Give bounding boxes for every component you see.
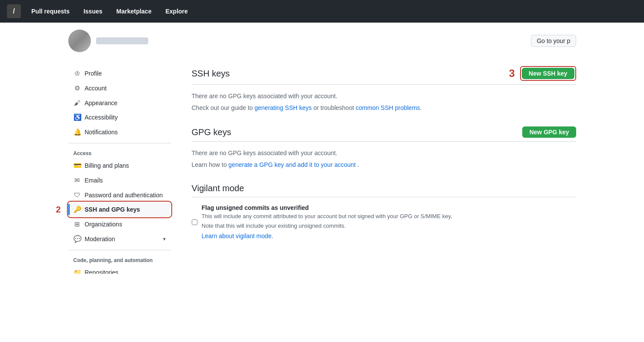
vigilant-mode-section: Vigilant mode Flag unsigned commits as u… [192, 183, 576, 239]
ssh-section-header: SSH keys 3 New SSH key [192, 66, 576, 85]
sidebar-item-emails[interactable]: ✉ Emails [68, 173, 171, 188]
sidebar-item-billing[interactable]: 💳 Billing and plans [68, 158, 171, 173]
new-ssh-key-button[interactable]: New SSH key [522, 68, 574, 79]
vigilant-section-header: Vigilant mode [192, 183, 576, 197]
gpg-keys-section: GPG keys New GPG key There are no GPG ke… [192, 126, 576, 169]
flag-unsigned-desc-1: This will include any commit attributed … [202, 212, 452, 221]
nav-issues[interactable]: Issues [80, 6, 106, 17]
generate-gpg-link[interactable]: generate a GPG key and add it to your ac… [228, 161, 356, 168]
avatar-area [68, 30, 148, 52]
sidebar-label-notifications: Notifications [85, 129, 118, 136]
flag-unsigned-content: Flag unsigned commits as unverified This… [202, 204, 452, 239]
org-icon: ⊞ [73, 220, 81, 228]
sidebar-item-password[interactable]: 🛡 Password and authentication [68, 188, 171, 202]
moderation-row: 💬 Moderation ▾ [73, 235, 166, 243]
moderation-inner: 💬 Moderation [73, 235, 115, 243]
mail-icon: ✉ [73, 176, 81, 184]
generating-ssh-link[interactable]: generating SSH keys [254, 104, 312, 111]
sidebar-item-profile[interactable]: ♔ Profile [68, 66, 171, 81]
sidebar-label-billing: Billing and plans [85, 162, 129, 169]
sidebar-label-password: Password and authentication [85, 192, 163, 199]
gear-icon: ⚙ [73, 84, 81, 92]
sidebar-divider-1 [68, 143, 171, 143]
vigilant-learn-row: Learn about vigilant mode. [202, 232, 452, 239]
gpg-section-header: GPG keys New GPG key [192, 126, 576, 142]
ssh-button-area: 3 New SSH key [509, 66, 576, 81]
sidebar-item-notifications[interactable]: 🔔 Notifications [68, 125, 171, 139]
annotation-2: 2 [56, 205, 61, 215]
nav-marketplace[interactable]: Marketplace [113, 6, 155, 17]
new-gpg-key-button[interactable]: New GPG key [522, 126, 576, 138]
shield-icon: 🛡 [73, 191, 81, 199]
brush-icon: 🖌 [73, 99, 81, 106]
sidebar-label-profile: Profile [85, 70, 102, 77]
ssh-keys-section: SSH keys 3 New SSH key There are no GPG … [192, 66, 576, 113]
sidebar-item-accessibility[interactable]: ♿ Accessibility [68, 110, 171, 125]
accessibility-icon: ♿ [73, 113, 81, 121]
sidebar-label-organizations: Organizations [85, 221, 122, 228]
person-icon: ♔ [73, 70, 81, 77]
gpg-period: . [356, 161, 359, 168]
chevron-down-icon: ▾ [163, 236, 166, 242]
ssh-troubleshoot-text: or troubleshoot [312, 104, 356, 111]
gpg-no-keys-text: There are no GPG keys associated with yo… [192, 149, 576, 158]
sidebar-label-repositories: Repositories [85, 269, 119, 274]
header-row: Go to your p [61, 23, 583, 56]
repo-icon: 📁 [73, 269, 81, 274]
nav-pull-requests[interactable]: Pull requests [28, 6, 73, 17]
repositories-partial: 📁 Repositories [68, 265, 171, 274]
common-ssh-problems-link[interactable]: common SSH problems [356, 104, 420, 111]
code-section-label: Code, planning, and automation [68, 254, 171, 265]
gpg-learn-text: Learn how to generate a GPG key and add … [192, 160, 576, 169]
ssh-section-title: SSH keys [192, 69, 230, 79]
ssh-check-guide: Check out our guide to [192, 104, 255, 111]
sidebar-label-accessibility: Accessibility [85, 114, 118, 121]
key-icon: 🔑 [73, 206, 81, 213]
username-placeholder [96, 37, 148, 44]
nav-explore[interactable]: Explore [162, 6, 191, 17]
main-content: SSH keys 3 New SSH key There are no GPG … [181, 66, 576, 274]
logo[interactable]: / [7, 4, 21, 18]
avatar [68, 30, 91, 52]
page-container: ♔ Profile ⚙ Account 🖌 Appearance ♿ Acces… [61, 56, 583, 284]
logo-text: / [13, 7, 15, 15]
access-section-label: Access [68, 147, 171, 158]
flag-unsigned-row: Flag unsigned commits as unverified This… [192, 204, 576, 239]
sidebar-label-moderation: Moderation [85, 236, 115, 242]
ssh-guide-text: Check out our guide to generating SSH ke… [192, 103, 576, 113]
sidebar-label-appearance: Appearance [85, 100, 118, 106]
sidebar-item-repositories[interactable]: 📁 Repositories [68, 265, 171, 274]
annotation-3: 3 [509, 67, 514, 80]
sidebar-item-appearance[interactable]: 🖌 Appearance [68, 96, 171, 110]
ssh-no-keys-text: There are no GPG keys associated with yo… [192, 92, 576, 101]
flag-unsigned-checkbox[interactable] [192, 205, 197, 239]
creditcard-icon: 💳 [73, 162, 81, 169]
sidebar-item-ssh-gpg[interactable]: 🔑 SSH and GPG keys 2 [68, 202, 171, 217]
sidebar-divider-2 [68, 250, 171, 250]
sidebar-item-moderation[interactable]: 💬 Moderation ▾ [68, 232, 171, 246]
sidebar-label-account: Account [85, 85, 107, 92]
bell-icon: 🔔 [73, 128, 81, 136]
sidebar: ♔ Profile ⚙ Account 🖌 Appearance ♿ Acces… [68, 66, 181, 274]
new-ssh-btn-border: New SSH key [520, 66, 576, 81]
sidebar-label-ssh-gpg: SSH and GPG keys [85, 206, 140, 213]
sidebar-item-account[interactable]: ⚙ Account [68, 81, 171, 96]
ssh-period: . [420, 104, 422, 111]
top-navigation: / Pull requests Issues Marketplace Explo… [0, 0, 644, 23]
vigilant-section-title: Vigilant mode [192, 183, 244, 193]
sidebar-item-organizations[interactable]: ⊞ Organizations [68, 217, 171, 232]
sidebar-label-emails: Emails [85, 177, 103, 184]
goto-button[interactable]: Go to your p [531, 35, 576, 47]
avatar-image [68, 30, 91, 52]
flag-unsigned-desc-2: Note that this will include your existin… [202, 222, 452, 230]
flag-unsigned-label: Flag unsigned commits as unverified [202, 204, 452, 211]
vigilant-mode-learn-link[interactable]: Learn about vigilant mode. [202, 232, 274, 239]
gpg-section-title: GPG keys [192, 127, 231, 137]
comment-icon: 💬 [73, 235, 81, 243]
gpg-learn-prefix: Learn how to [192, 161, 229, 168]
